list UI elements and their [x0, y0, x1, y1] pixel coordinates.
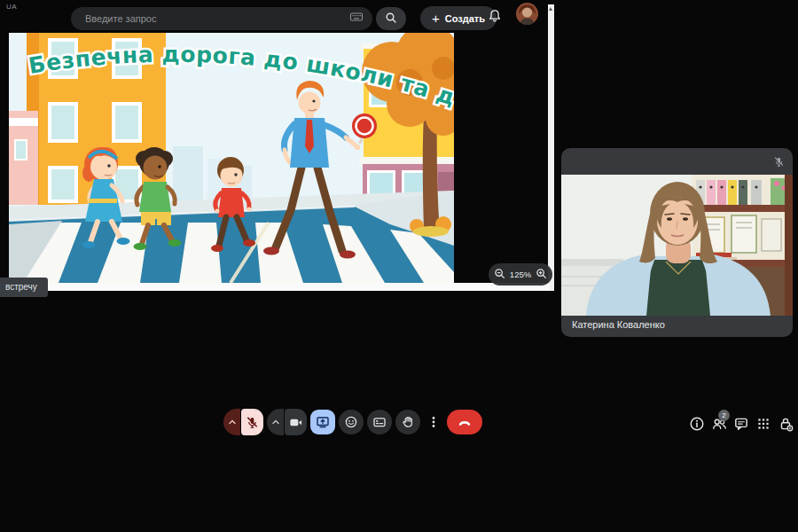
participant-name: Катерина Коваленко [572, 319, 665, 330]
zoom-out-icon[interactable] [494, 268, 505, 281]
camera-button[interactable] [285, 409, 307, 435]
mic-muted-button[interactable] [241, 409, 263, 435]
search-icon [385, 12, 397, 27]
raise-hand-button[interactable] [395, 410, 420, 434]
info-button[interactable] [689, 416, 705, 432]
mic-options-chevron[interactable] [223, 409, 240, 435]
search-input[interactable] [83, 12, 349, 25]
participant-tile[interactable]: Катерина Коваленко [561, 148, 793, 337]
plus-icon: + [432, 12, 440, 25]
more-options-button[interactable] [424, 410, 443, 434]
camera-control-group [267, 409, 307, 435]
present-screen-button[interactable] [310, 410, 335, 434]
zoom-level: 125% [510, 270, 531, 279]
meeting-panel-icons: 2 [689, 416, 794, 432]
scrollbar[interactable] [548, 4, 554, 291]
slide-image: Безпечна дорога до школи та дому [9, 33, 454, 283]
mic-control-group [223, 409, 263, 435]
mic-muted-icon [773, 155, 785, 167]
reactions-button[interactable] [339, 410, 364, 434]
keyboard-icon[interactable] [349, 10, 364, 27]
create-button-label: Создать [445, 13, 485, 24]
window-bottom-edge [7, 283, 550, 291]
tooltip: встречу [0, 278, 48, 297]
captions-button[interactable] [367, 410, 392, 434]
camera-options-chevron[interactable] [267, 409, 284, 435]
search-button[interactable] [376, 7, 406, 30]
bell-icon[interactable] [487, 8, 503, 24]
chat-button[interactable] [733, 416, 749, 432]
avatar[interactable] [516, 3, 538, 25]
zoom-in-icon[interactable] [536, 268, 547, 281]
region-label: UA [6, 3, 17, 11]
scrollbar-up-arrow[interactable] [549, 7, 552, 11]
host-controls-lock-button[interactable] [778, 416, 794, 432]
people-count-badge: 2 [718, 410, 730, 421]
call-controls [223, 409, 482, 435]
create-button[interactable]: + Создать [420, 6, 497, 30]
zoom-control[interactable]: 125% [489, 263, 552, 286]
end-call-button[interactable] [447, 410, 482, 434]
participant-video [561, 175, 793, 316]
apps-grid-button[interactable] [755, 416, 771, 432]
people-button[interactable]: 2 [711, 416, 727, 432]
search-bar[interactable] [71, 7, 372, 30]
